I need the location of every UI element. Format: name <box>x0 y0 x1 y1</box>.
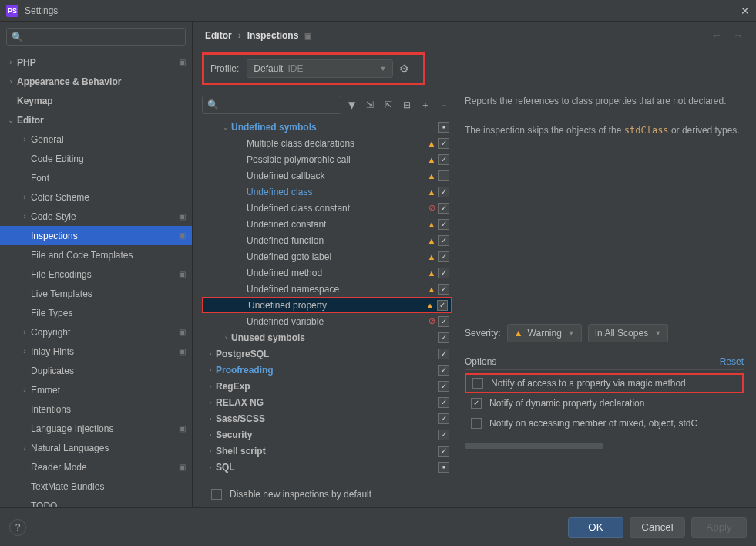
sidebar-item-copyright[interactable]: ›Copyright▣ <box>0 322 192 342</box>
sidebar-item-reader-mode[interactable]: Reader Mode▣ <box>0 457 192 477</box>
sidebar-item-live-templates[interactable]: Live Templates <box>0 284 192 303</box>
sidebar-item-editor[interactable]: ⌄Editor <box>0 110 192 130</box>
inspection-checkbox[interactable] <box>438 397 449 408</box>
inspection-checkbox[interactable] <box>438 170 449 181</box>
gear-icon[interactable]: ⚙ <box>399 62 409 75</box>
inspection-undefined-callback[interactable]: Undefined callback▲ <box>202 167 452 184</box>
sidebar-item-font[interactable]: Font <box>0 168 192 187</box>
inspection-checkbox[interactable] <box>438 251 449 262</box>
expand-all-icon[interactable]: ⇲ <box>361 96 378 113</box>
option-0[interactable]: Notify of access to a property via magic… <box>465 373 744 393</box>
inspection-multiple-class-declarations[interactable]: Multiple class declarations▲ <box>202 135 452 151</box>
inspection-undefined-function[interactable]: Undefined function▲ <box>202 232 452 248</box>
inspection-checkbox[interactable] <box>438 154 449 165</box>
inspection-checkbox[interactable] <box>438 332 449 343</box>
sidebar-item-emmet[interactable]: ›Emmet <box>0 380 192 399</box>
reset-icon[interactable]: ⊟ <box>398 96 415 113</box>
inspection-checkbox[interactable] <box>438 381 449 392</box>
inspection-checkbox[interactable] <box>438 430 449 440</box>
inspection-checkbox[interactable] <box>438 446 449 457</box>
inspection-sass-scss[interactable]: ›Sass/SCSS <box>202 410 452 426</box>
sidebar-item-file-encodings[interactable]: File Encodings▣ <box>0 265 192 284</box>
remove-icon[interactable]: － <box>435 96 452 113</box>
inspection-undefined-symbols[interactable]: ⌄Undefined symbols <box>202 119 452 135</box>
inspection-undefined-class-constant[interactable]: Undefined class constant⊘ <box>202 200 452 216</box>
nav-back-icon[interactable]: ← <box>711 29 722 42</box>
inspection-checkbox[interactable] <box>438 138 449 149</box>
reset-link[interactable]: Reset <box>720 356 744 367</box>
dialog-footer: ? OK Cancel Apply <box>0 507 756 546</box>
help-button[interactable]: ? <box>9 519 26 536</box>
disable-new-row[interactable]: Disable new inspections by default <box>202 481 452 507</box>
inspection-unused-symbols[interactable]: ›Unused symbols <box>202 329 452 345</box>
sidebar-item-textmate-bundles[interactable]: TextMate Bundles <box>0 477 192 496</box>
nav-forward-icon[interactable]: → <box>733 29 744 42</box>
inspections-search-input[interactable]: 🔍 <box>202 96 341 114</box>
profile-select[interactable]: Default IDE ▼ <box>247 59 393 78</box>
sidebar-item-duplicates[interactable]: Duplicates <box>0 361 192 380</box>
sidebar-item-natural-languages[interactable]: ›Natural Languages <box>0 438 192 457</box>
inspection-checkbox[interactable] <box>438 316 449 327</box>
sidebar-item-php[interactable]: ›PHP▣ <box>0 52 192 72</box>
filter-icon[interactable]: ▼̲ <box>343 96 360 113</box>
sidebar-item-file-and-code-templates[interactable]: File and Code Templates <box>0 245 192 265</box>
inspection-checkbox[interactable] <box>438 268 449 278</box>
ok-button[interactable]: OK <box>568 517 623 538</box>
inspection-undefined-namespace[interactable]: Undefined namespace▲ <box>202 281 452 297</box>
sidebar-search-input[interactable]: 🔍 <box>6 28 186 46</box>
inspection-checkbox[interactable] <box>438 365 449 376</box>
sidebar-item-label: PHP <box>17 57 179 68</box>
option-2[interactable]: Notify on accessing member of mixed, obj… <box>465 413 744 433</box>
inspection-checkbox[interactable] <box>438 235 449 246</box>
inspection-checkbox[interactable] <box>437 300 448 311</box>
option-checkbox[interactable] <box>471 398 482 409</box>
collapse-all-icon[interactable]: ⇱ <box>380 96 397 113</box>
sidebar-item-general[interactable]: ›General <box>0 130 192 149</box>
inspection-checkbox[interactable] <box>438 349 449 359</box>
inspection-undefined-variable[interactable]: Undefined variable⊘ <box>202 313 452 329</box>
inspection-checkbox[interactable] <box>438 462 449 473</box>
inspection-checkbox[interactable] <box>438 203 449 214</box>
inspection-regexp[interactable]: ›RegExp <box>202 378 452 394</box>
scope-select[interactable]: In All Scopes ▼ <box>588 324 668 342</box>
disable-new-checkbox[interactable] <box>211 489 222 500</box>
breadcrumb-editor[interactable]: Editor <box>205 30 232 41</box>
sidebar-item-language-injections[interactable]: Language Injections▣ <box>0 419 192 438</box>
inspection-undefined-property[interactable]: Undefined property▲ <box>202 297 452 313</box>
inspection-undefined-class[interactable]: Undefined class▲ <box>202 184 452 200</box>
inspection-undefined-goto-label[interactable]: Undefined goto label▲ <box>202 248 452 265</box>
inspection-sql[interactable]: ›SQL <box>202 459 452 475</box>
sidebar-item-intentions[interactable]: Intentions <box>0 399 192 419</box>
inspection-checkbox[interactable] <box>438 413 449 424</box>
sidebar-item-todo[interactable]: TODO <box>0 496 192 507</box>
add-icon[interactable]: ＋ <box>417 96 434 113</box>
inspection-possible-polymorphic-call[interactable]: Possible polymorphic call▲ <box>202 151 452 167</box>
sidebar-item-code-editing[interactable]: Code Editing <box>0 149 192 168</box>
inspection-checkbox[interactable] <box>438 187 449 197</box>
sidebar-item-code-style[interactable]: ›Code Style▣ <box>0 207 192 226</box>
apply-button[interactable]: Apply <box>691 517 747 538</box>
option-checkbox[interactable] <box>471 418 482 429</box>
option-1[interactable]: Notify of dynamic property declaration <box>465 393 744 413</box>
inspection-shell-script[interactable]: ›Shell script <box>202 443 452 459</box>
horizontal-scrollbar[interactable] <box>465 443 603 449</box>
inspection-proofreading[interactable]: ›Proofreading <box>202 362 452 378</box>
inspection-checkbox[interactable] <box>438 284 449 295</box>
inspection-relax-ng[interactable]: ›RELAX NG <box>202 394 452 410</box>
close-icon[interactable]: ✕ <box>741 5 750 17</box>
inspection-postgresql[interactable]: ›PostgreSQL <box>202 345 452 362</box>
sidebar-item-inspections[interactable]: Inspections▣ <box>0 226 192 245</box>
inspection-undefined-method[interactable]: Undefined method▲ <box>202 265 452 281</box>
sidebar-item-color-scheme[interactable]: ›Color Scheme <box>0 187 192 207</box>
sidebar-item-appearance-behavior[interactable]: ›Appearance & Behavior <box>0 72 192 91</box>
inspection-undefined-constant[interactable]: Undefined constant▲ <box>202 216 452 232</box>
sidebar-item-file-types[interactable]: File Types <box>0 303 192 322</box>
option-checkbox[interactable] <box>472 378 483 389</box>
cancel-button[interactable]: Cancel <box>630 517 685 538</box>
sidebar-item-inlay-hints[interactable]: ›Inlay Hints▣ <box>0 342 192 361</box>
inspection-checkbox[interactable] <box>438 219 449 230</box>
inspection-checkbox[interactable] <box>438 122 449 133</box>
sidebar-item-keymap[interactable]: Keymap <box>0 91 192 110</box>
inspection-security[interactable]: ›Security <box>202 426 452 443</box>
severity-select[interactable]: ▲ Warning ▼ <box>507 324 582 342</box>
